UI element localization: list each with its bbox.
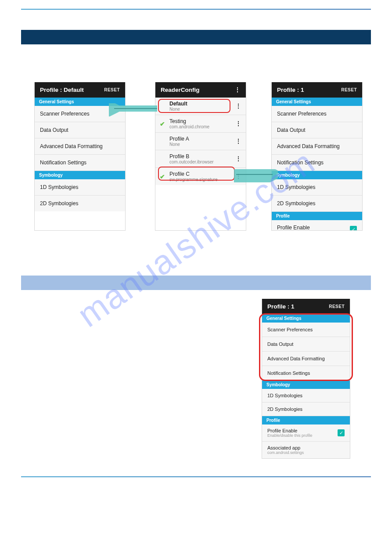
section-general-settings: General Settings bbox=[272, 98, 362, 106]
profile-name: Testing bbox=[169, 118, 233, 124]
panel-title: Profile : 1 bbox=[267, 303, 295, 310]
profile-row-c[interactable]: ✔ Profile C sw.programme.signature ⋮ bbox=[155, 168, 246, 185]
panel-title: ReaderConfig bbox=[161, 87, 200, 93]
reset-button[interactable]: RESET bbox=[341, 87, 357, 92]
profile-row-default[interactable]: Default None ⋮ bbox=[155, 98, 246, 115]
profile-name: Default bbox=[169, 101, 233, 107]
item-scanner-preferences[interactable]: Scanner Preferences bbox=[272, 106, 362, 122]
check-icon: ✔ bbox=[160, 120, 165, 127]
panel-profile-1-full: Profile : 1 RESET General Settings Scann… bbox=[262, 299, 350, 459]
panel-header: Profile : Default RESET bbox=[35, 82, 125, 98]
row-menu-icon[interactable]: ⋮ bbox=[235, 140, 241, 142]
profile-row-testing[interactable]: ✔ Testing com.android.chrome ⋮ bbox=[155, 115, 246, 133]
panel-header: Profile : 1 RESET bbox=[262, 299, 350, 314]
reset-button[interactable]: RESET bbox=[104, 87, 120, 92]
profile-name: Profile A bbox=[169, 136, 233, 142]
profile-sub: None bbox=[169, 142, 233, 147]
item-2d-symbologies[interactable]: 2D Symbologies bbox=[35, 196, 125, 211]
light-banner bbox=[21, 276, 371, 290]
section-symbology: Symbology bbox=[262, 381, 350, 389]
profile-sub: None bbox=[169, 107, 233, 112]
panel-profile-1: Profile : 1 RESET General Settings Scann… bbox=[271, 82, 363, 231]
section-general-settings: General Settings bbox=[35, 98, 125, 106]
profile-name: Profile C bbox=[169, 171, 233, 177]
section-profile: Profile bbox=[262, 416, 350, 424]
checkbox-icon[interactable]: ✓ bbox=[350, 226, 357, 231]
row-menu-icon[interactable]: ⋮ bbox=[235, 105, 241, 107]
item-data-output[interactable]: Data Output bbox=[35, 122, 125, 138]
item-1d-symbologies[interactable]: 1D Symbologies bbox=[35, 179, 125, 196]
reset-button[interactable]: RESET bbox=[329, 304, 345, 309]
profile-enable-title: Profile Enable bbox=[267, 428, 338, 433]
section-general-settings: General Settings bbox=[262, 314, 350, 323]
section-symbology: Symbology bbox=[35, 171, 125, 179]
checkbox-icon[interactable]: ✓ bbox=[338, 429, 345, 436]
row-menu-icon[interactable]: ⋮ bbox=[235, 175, 241, 178]
panel-readerconfig: ReaderConfig ⋮ Default None ⋮ ✔ Testing … bbox=[155, 82, 246, 231]
item-1d-symbologies[interactable]: 1D Symbologies bbox=[272, 179, 362, 196]
item-data-output[interactable]: Data Output bbox=[272, 122, 362, 138]
associated-app-sub: com.android.settings bbox=[267, 450, 304, 455]
item-profile-enable[interactable]: Profile Enable ✓ bbox=[272, 220, 362, 231]
item-data-output[interactable]: Data Output bbox=[262, 337, 350, 352]
panel-title: Profile : Default bbox=[40, 87, 84, 93]
item-scanner-preferences[interactable]: Scanner Preferences bbox=[35, 106, 125, 122]
profile-name: Profile B bbox=[169, 153, 233, 160]
profile-sub: com.android.chrome bbox=[169, 124, 233, 129]
menu-icon[interactable]: ⋮ bbox=[234, 88, 241, 91]
dark-banner bbox=[21, 30, 371, 44]
panel-header: Profile : 1 RESET bbox=[272, 82, 362, 98]
profile-row-a[interactable]: Profile A None ⋮ bbox=[155, 133, 246, 150]
item-notification-settings[interactable]: Notification Settings bbox=[35, 155, 125, 171]
panel-profile-default: Profile : Default RESET General Settings… bbox=[34, 82, 126, 231]
panel-header: ReaderConfig ⋮ bbox=[155, 82, 246, 98]
item-1d-symbologies[interactable]: 1D Symbologies bbox=[262, 389, 350, 403]
item-profile-enable[interactable]: Profile Enable Enable/disable this profi… bbox=[262, 424, 350, 442]
check-icon: ✔ bbox=[160, 173, 165, 180]
item-notification-settings[interactable]: Notification Settings bbox=[272, 155, 362, 171]
panel-title: Profile : 1 bbox=[277, 87, 304, 93]
profile-sub: sw.programme.signature bbox=[169, 177, 233, 182]
item-2d-symbologies[interactable]: 2D Symbologies bbox=[272, 196, 362, 212]
profile-sub: com.outcoder.ibrowser bbox=[169, 160, 233, 164]
section-symbology: Symbology bbox=[272, 171, 362, 179]
item-advanced-data-formatting[interactable]: Advanced Data Formatting bbox=[272, 138, 362, 155]
associated-app-title: Associated app bbox=[267, 445, 304, 450]
item-advanced-data-formatting[interactable]: Advanced Data Formatting bbox=[35, 138, 125, 155]
row-menu-icon[interactable]: ⋮ bbox=[235, 157, 241, 160]
row-menu-icon[interactable]: ⋮ bbox=[235, 122, 241, 125]
item-scanner-preferences[interactable]: Scanner Preferences bbox=[262, 323, 350, 337]
section-profile: Profile bbox=[272, 212, 362, 220]
item-advanced-data-formatting[interactable]: Advanced Data Formatting bbox=[262, 352, 350, 366]
profile-enable-sub: Enable/disable this profile bbox=[267, 433, 338, 438]
profile-row-b[interactable]: Profile B com.outcoder.ibrowser ⋮ bbox=[155, 150, 246, 168]
item-2d-symbologies[interactable]: 2D Symbologies bbox=[262, 403, 350, 416]
item-notification-settings[interactable]: Notification Settings bbox=[262, 366, 350, 381]
item-associated-app[interactable]: Associated app com.android.settings bbox=[262, 442, 350, 458]
